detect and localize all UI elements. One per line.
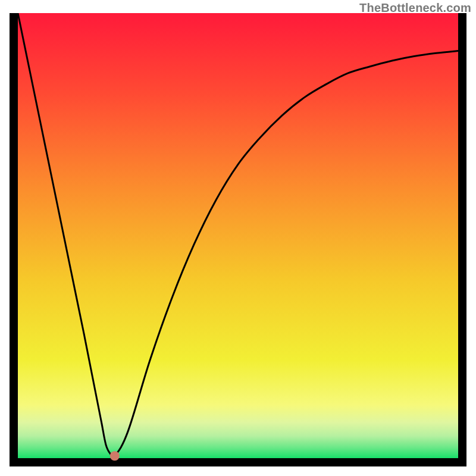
- optimal-point-marker: [110, 451, 120, 461]
- bottleneck-chart: [10, 13, 466, 466]
- chart-container: TheBottleneck.com: [0, 0, 476, 476]
- attribution-text: TheBottleneck.com: [359, 1, 471, 15]
- plot-gradient-bg: [18, 13, 458, 458]
